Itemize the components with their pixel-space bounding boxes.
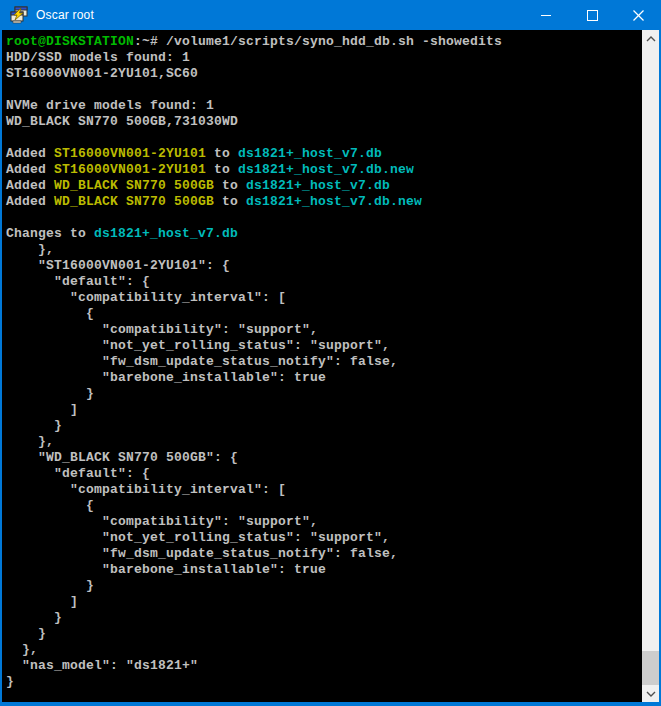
terminal-line: } — [6, 610, 642, 626]
terminal-line — [6, 210, 642, 226]
terminal-line: "compatibility_interval": [ — [6, 482, 642, 498]
terminal-line: } — [6, 578, 642, 594]
terminal-text-segment: }, — [6, 242, 54, 257]
terminal-text-segment: } — [6, 418, 62, 433]
terminal-line: "compatibility": "support", — [6, 322, 642, 338]
terminal-line — [6, 82, 642, 98]
terminal-line: "default": { — [6, 466, 642, 482]
close-button[interactable] — [615, 0, 661, 30]
terminal-line: Added ST16000VN001-2YU101 to ds1821+_hos… — [6, 162, 642, 178]
terminal-line: }, — [6, 434, 642, 450]
terminal-text-segment: NVMe drive models found: 1 — [6, 98, 214, 113]
terminal-text-segment: ds1821+_host_v7.db.new — [238, 162, 414, 177]
window-body: root@DISKSTATION:~# /volume1/scripts/syn… — [0, 30, 661, 704]
terminal-line: }, — [6, 642, 642, 658]
terminal-text-segment: Added — [6, 162, 54, 177]
scrollbar[interactable] — [642, 30, 659, 702]
terminal-line: Changes to ds1821+_host_v7.db — [6, 226, 642, 242]
scrollbar-track[interactable] — [642, 47, 659, 685]
terminal-text-segment: Added — [6, 146, 54, 161]
terminal-text-segment: ST16000VN001-2YU101,SC60 — [6, 66, 198, 81]
terminal-output[interactable]: root@DISKSTATION:~# /volume1/scripts/syn… — [2, 30, 642, 702]
window-controls — [523, 0, 661, 30]
terminal-text-segment: "barebone_installable": true — [6, 370, 326, 385]
scroll-up-button[interactable] — [642, 30, 659, 47]
terminal-text-segment: "nas_model": "ds1821+" — [6, 658, 198, 673]
minimize-icon — [541, 15, 551, 16]
maximize-icon — [587, 10, 598, 21]
terminal-text-segment: Added — [6, 194, 54, 209]
terminal-text-segment: WD_BLACK SN770 500GB — [54, 178, 214, 193]
terminal-text-segment: "compatibility_interval": [ — [6, 482, 286, 497]
terminal-line: "barebone_installable": true — [6, 562, 642, 578]
terminal-text-segment: "not_yet_rolling_status": "support", — [6, 338, 390, 353]
terminal-text-segment: to — [206, 146, 238, 161]
terminal-line: ] — [6, 402, 642, 418]
terminal-text-segment: "ST16000VN001-2YU101": { — [6, 258, 230, 273]
terminal-text-segment: ds1821+_host_v7.db.new — [246, 194, 422, 209]
maximize-button[interactable] — [569, 0, 615, 30]
terminal-text-segment: } — [6, 674, 14, 689]
terminal-text-segment: to — [214, 178, 246, 193]
terminal-text-segment: "not_yet_rolling_status": "support", — [6, 530, 390, 545]
chevron-down-icon — [646, 691, 656, 697]
terminal-text-segment: "fw_dsm_update_status_notify": false, — [6, 354, 398, 369]
terminal-text-segment: } — [6, 578, 94, 593]
terminal-text-segment: ds1821+_host_v7.db — [246, 178, 390, 193]
terminal-text-segment: ST16000VN001-2YU101 — [54, 146, 206, 161]
terminal-line: "ST16000VN001-2YU101": { — [6, 258, 642, 274]
terminal-text-segment: } — [6, 610, 62, 625]
terminal-text-segment: Added — [6, 178, 54, 193]
terminal-line: } — [6, 418, 642, 434]
terminal-text-segment: to — [206, 162, 238, 177]
close-icon — [633, 10, 644, 21]
putty-app-icon — [10, 6, 28, 24]
chevron-up-icon — [646, 36, 656, 42]
terminal-line: "not_yet_rolling_status": "support", — [6, 338, 642, 354]
terminal-line: }, — [6, 242, 642, 258]
window-title: Oscar root — [36, 8, 94, 22]
terminal-line: WD_BLACK SN770 500GB,731030WD — [6, 114, 642, 130]
terminal-line: NVMe drive models found: 1 — [6, 98, 642, 114]
terminal-text-segment: WD_BLACK SN770 500GB — [54, 194, 214, 209]
terminal-text-segment: ] — [6, 402, 78, 417]
terminal-text-segment: "fw_dsm_update_status_notify": false, — [6, 546, 398, 561]
terminal-line: "compatibility": "support", — [6, 514, 642, 530]
terminal-line — [6, 130, 642, 146]
terminal-text-segment: ds1821+_host_v7.db — [238, 146, 382, 161]
terminal-text-segment: root@DISKSTATION — [6, 34, 134, 49]
terminal-line: } — [6, 386, 642, 402]
terminal-line: Added WD_BLACK SN770 500GB to ds1821+_ho… — [6, 194, 642, 210]
terminal-line: Added WD_BLACK SN770 500GB to ds1821+_ho… — [6, 178, 642, 194]
terminal-text-segment: }, — [6, 642, 38, 657]
terminal-line: root@DISKSTATION:~# /volume1/scripts/syn… — [6, 34, 642, 50]
terminal-text-segment: { — [6, 306, 94, 321]
scroll-down-button[interactable] — [642, 685, 659, 702]
terminal-line: { — [6, 306, 642, 322]
terminal-line: "fw_dsm_update_status_notify": false, — [6, 354, 642, 370]
terminal-text-segment: "default": { — [6, 274, 150, 289]
terminal-text-segment: ds1821+_host_v7.db — [94, 226, 238, 241]
scrollbar-thumb[interactable] — [642, 651, 659, 685]
terminal-line: "nas_model": "ds1821+" — [6, 658, 642, 674]
terminal-line: "barebone_installable": true — [6, 370, 642, 386]
terminal-line: HDD/SSD models found: 1 — [6, 50, 642, 66]
terminal-text-segment: "compatibility_interval": [ — [6, 290, 286, 305]
terminal-line: } — [6, 626, 642, 642]
terminal-text-segment: "barebone_installable": true — [6, 562, 326, 577]
terminal-text-segment: { — [6, 498, 94, 513]
terminal-text-segment: ST16000VN001-2YU101 — [54, 162, 206, 177]
titlebar[interactable]: Oscar root — [0, 0, 661, 30]
terminal-text-segment: } — [6, 386, 94, 401]
terminal-text-segment: WD_BLACK SN770 500GB,731030WD — [6, 114, 238, 129]
terminal-text-segment: }, — [6, 434, 54, 449]
terminal-line: "fw_dsm_update_status_notify": false, — [6, 546, 642, 562]
putty-window: Oscar root root@DISKSTATION:~# /volume1/… — [0, 0, 661, 706]
terminal-text-segment: "WD_BLACK SN770 500GB": { — [6, 450, 238, 465]
terminal-line: "not_yet_rolling_status": "support", — [6, 530, 642, 546]
terminal-line: ] — [6, 594, 642, 610]
terminal-line: ST16000VN001-2YU101,SC60 — [6, 66, 642, 82]
minimize-button[interactable] — [523, 0, 569, 30]
terminal-line: Added ST16000VN001-2YU101 to ds1821+_hos… — [6, 146, 642, 162]
terminal-text-segment: HDD/SSD models found: 1 — [6, 50, 190, 65]
